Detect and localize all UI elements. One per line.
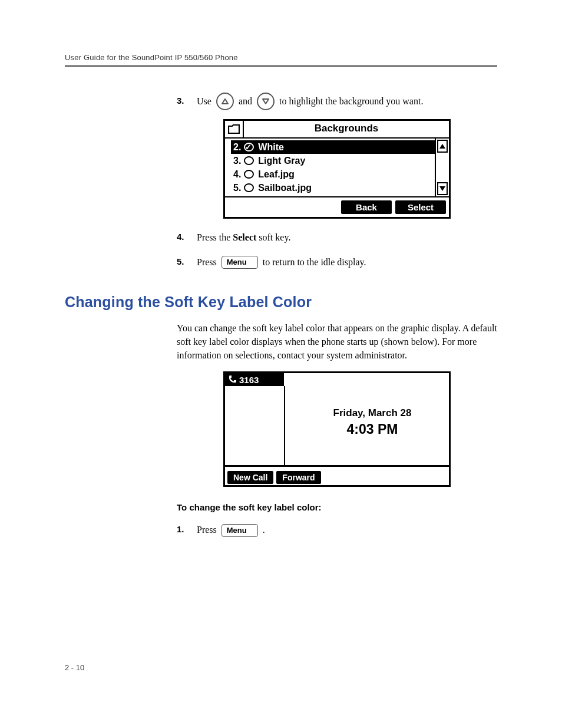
menu-key-icon: Menu <box>222 256 258 269</box>
step-text: Press <box>197 525 217 535</box>
step-4: 4. Press the Select soft key. <box>177 229 497 245</box>
item-number: 5. <box>233 182 241 194</box>
divider <box>284 386 285 465</box>
page-number: 2 - 10 <box>65 663 84 672</box>
step-text: to highlight the background you want. <box>279 96 423 106</box>
radio-checked-icon <box>244 143 254 151</box>
step-text: Press the <box>197 232 233 242</box>
step-5: 5. Press Menu to return to the idle disp… <box>177 254 497 270</box>
phone-screen-backgrounds: Backgrounds 2. White 3. Light Gray 4 <box>223 119 451 219</box>
step-text: to return to the idle display. <box>263 257 366 267</box>
section-heading: Changing the Soft Key Label Color <box>65 294 497 311</box>
step-3: 3. Use and to highlight the background y… <box>177 93 497 111</box>
step-text: and <box>239 96 252 106</box>
step-text: soft key. <box>256 232 290 242</box>
line-key[interactable]: 3163 <box>225 373 284 386</box>
head-rule <box>65 65 497 67</box>
step-number: 5. <box>177 254 184 269</box>
nav-down-icon <box>257 93 275 110</box>
screen-titlebar: Backgrounds <box>225 121 449 139</box>
softkey-bar: New Call Forward <box>227 471 321 484</box>
list-item[interactable]: 5. Sailboat.jpg <box>231 181 435 195</box>
item-number: 4. <box>233 168 241 180</box>
item-number: 2. <box>233 141 241 153</box>
phone-icon <box>229 375 237 385</box>
nav-up-icon <box>216 93 234 110</box>
select-softkey[interactable]: Select <box>395 200 446 214</box>
item-label: White <box>258 141 284 153</box>
step-bold: Select <box>233 232 256 242</box>
forward-softkey[interactable]: Forward <box>276 471 320 484</box>
radio-icon <box>244 183 254 192</box>
step-1: 1. Press Menu . <box>177 522 497 538</box>
step-text: Press <box>197 257 217 267</box>
back-softkey[interactable]: Back <box>341 200 392 214</box>
idle-time: 4:03 PM <box>302 421 443 437</box>
list-item[interactable]: 3. Light Gray <box>231 154 435 167</box>
step-text: . <box>263 525 265 535</box>
folder-icon <box>225 121 244 137</box>
screen-title: Backgrounds <box>244 121 449 137</box>
radio-icon <box>244 156 254 165</box>
section-paragraph: You can change the soft key label color … <box>177 321 497 363</box>
procedure-heading: To change the soft key label color: <box>177 502 497 512</box>
running-head: User Guide for the SoundPoint IP 550/560… <box>65 53 497 62</box>
scroll-down-icon[interactable] <box>437 182 448 195</box>
step-number: 1. <box>177 522 184 537</box>
list-item[interactable]: 4. Leaf.jpg <box>231 167 435 181</box>
scroll-up-icon[interactable] <box>437 140 448 153</box>
list-item[interactable]: 2. White <box>231 140 435 154</box>
radio-icon <box>244 170 254 179</box>
item-number: 3. <box>233 154 241 167</box>
step-text: Use <box>197 96 211 106</box>
item-label: Light Gray <box>258 154 305 167</box>
menu-key-icon: Menu <box>222 524 258 537</box>
step-number: 3. <box>177 93 184 108</box>
extension-label: 3163 <box>239 375 259 385</box>
divider <box>225 465 449 467</box>
item-label: Sailboat.jpg <box>258 182 312 194</box>
newcall-softkey[interactable]: New Call <box>227 471 273 484</box>
idle-date: Friday, March 28 <box>302 407 443 419</box>
softkey-bar: Back Select <box>225 196 449 217</box>
item-label: Leaf.jpg <box>258 168 294 180</box>
scrollbar[interactable] <box>435 139 449 196</box>
step-number: 4. <box>177 229 184 245</box>
backgrounds-list: 2. White 3. Light Gray 4. Leaf.jpg <box>225 139 435 196</box>
phone-screen-idle: 3163 Friday, March 28 4:03 PM New Call F… <box>223 371 451 487</box>
